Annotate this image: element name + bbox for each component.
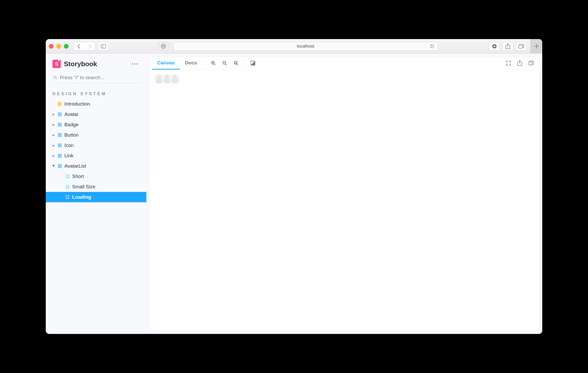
sidebar: S Storybook ••• DESIGN SYSTEM ▶ <box>46 54 147 334</box>
privacy-report-button[interactable] <box>158 42 169 51</box>
chevron-right-icon <box>88 44 92 49</box>
storybook-app: S Storybook ••• DESIGN SYSTEM ▶ <box>46 54 542 334</box>
background-toggle-button[interactable] <box>247 57 259 69</box>
nav-label: Badge <box>64 122 79 128</box>
svg-rect-23 <box>60 146 61 147</box>
svg-line-33 <box>214 64 215 65</box>
brand[interactable]: S Storybook <box>52 60 97 68</box>
svg-rect-30 <box>58 166 59 168</box>
contrast-icon <box>251 61 255 65</box>
svg-rect-9 <box>60 113 61 114</box>
divider <box>205 59 205 67</box>
zoom-window-button[interactable] <box>64 44 69 49</box>
downloads-button[interactable] <box>489 42 500 51</box>
plus-icon <box>534 44 539 49</box>
caret-icon: ▶ <box>52 113 55 116</box>
fullscreen-icon <box>506 61 511 66</box>
nav-story-small-size[interactable]: ▶ Small Size <box>46 182 146 192</box>
nav-forward-button[interactable] <box>84 42 95 50</box>
nav-label: Small Size <box>72 184 95 190</box>
sidebar-menu-button[interactable]: ••• <box>130 59 140 69</box>
download-icon <box>492 44 497 49</box>
nav-back-button[interactable] <box>73 42 84 50</box>
preview-tabs: Canvas Docs <box>152 57 202 69</box>
nav-item-avatar[interactable]: ▶ Avatar <box>46 109 146 120</box>
component-icon <box>58 164 62 168</box>
nav-item-introduction[interactable]: ▶ Introduction <box>46 99 146 109</box>
nav-label: Introduction <box>64 101 90 107</box>
brand-name: Storybook <box>64 60 97 68</box>
caret-icon: ▶ <box>52 133 55 137</box>
minimize-window-button[interactable] <box>56 44 61 49</box>
share-button[interactable] <box>502 42 513 51</box>
tab-canvas[interactable]: Canvas <box>152 57 180 70</box>
nav-back-forward <box>73 42 95 51</box>
nav-tree: ▶ Introduction ▶ Avatar ▶ <box>46 99 146 202</box>
svg-rect-8 <box>58 113 59 114</box>
nav-story-short[interactable]: ▶ Short <box>46 171 146 182</box>
tab-label: Canvas <box>157 60 175 66</box>
reload-icon <box>430 44 434 49</box>
zoom-out-button[interactable] <box>219 57 230 69</box>
nav-label: Avatar <box>64 111 79 117</box>
content: Canvas Docs <box>147 54 542 334</box>
svg-rect-26 <box>58 156 59 157</box>
svg-rect-5 <box>519 45 523 48</box>
fullscreen-button[interactable] <box>503 57 514 69</box>
nav-item-avatarlist[interactable]: ▶ AvatarList <box>46 161 146 171</box>
svg-rect-12 <box>58 123 59 124</box>
component-icon <box>58 154 62 158</box>
svg-line-37 <box>237 64 238 65</box>
zoom-reset-button[interactable] <box>230 57 242 69</box>
share-icon <box>506 43 510 49</box>
svg-rect-29 <box>60 165 61 166</box>
nav-item-badge[interactable]: ▶ Badge <box>46 120 146 130</box>
svg-rect-16 <box>58 133 59 135</box>
reload-button[interactable] <box>430 44 434 49</box>
nav-label: Short <box>72 174 84 179</box>
tab-docs[interactable]: Docs <box>180 57 202 70</box>
svg-rect-31 <box>60 166 61 168</box>
component-icon <box>58 123 62 126</box>
svg-line-35 <box>225 64 227 65</box>
address-bar[interactable]: localhost <box>174 42 438 51</box>
copy-link-button[interactable] <box>525 57 537 69</box>
new-tab-button[interactable] <box>530 39 542 54</box>
avatar-skeleton <box>170 74 180 84</box>
svg-rect-0 <box>101 44 106 48</box>
preview-toolbar: Canvas Docs <box>150 57 539 70</box>
safari-titlebar: localhost <box>46 39 542 54</box>
svg-rect-11 <box>60 115 61 116</box>
sidebar-icon <box>101 44 106 48</box>
nav-item-icon[interactable]: ▶ Icon <box>46 140 146 151</box>
caret-icon: ▶ <box>52 144 55 147</box>
nav-item-link[interactable]: ▶ Link <box>46 151 146 161</box>
show-tabs-button[interactable] <box>516 42 527 51</box>
svg-rect-13 <box>60 123 61 124</box>
tab-label: Docs <box>185 60 197 66</box>
nav-story-loading[interactable]: ▶ Loading <box>46 192 146 202</box>
search-field[interactable] <box>52 73 140 83</box>
component-icon <box>58 144 62 147</box>
svg-rect-19 <box>60 135 61 137</box>
tabs-icon <box>518 44 524 49</box>
svg-point-3 <box>163 45 164 47</box>
divider <box>244 59 245 67</box>
svg-rect-17 <box>60 133 61 135</box>
zoom-in-button[interactable] <box>208 57 219 69</box>
close-window-button[interactable] <box>49 44 54 49</box>
safari-window: localhost <box>46 39 542 334</box>
component-icon <box>58 133 62 137</box>
caret-icon: ▶ <box>52 123 55 126</box>
zoom-reset-icon <box>233 61 239 66</box>
shield-icon <box>161 44 166 49</box>
show-sidebar-button[interactable] <box>98 42 109 51</box>
search-input[interactable] <box>60 75 139 80</box>
avatar-list-loading <box>154 74 535 84</box>
bookmark-icon <box>65 195 70 199</box>
traffic-lights <box>49 44 69 49</box>
open-new-tab-button[interactable] <box>514 57 525 69</box>
nav-item-button[interactable]: ▶ Button <box>46 130 146 140</box>
section-title: DESIGN SYSTEM <box>46 88 146 99</box>
svg-rect-39 <box>529 62 532 65</box>
